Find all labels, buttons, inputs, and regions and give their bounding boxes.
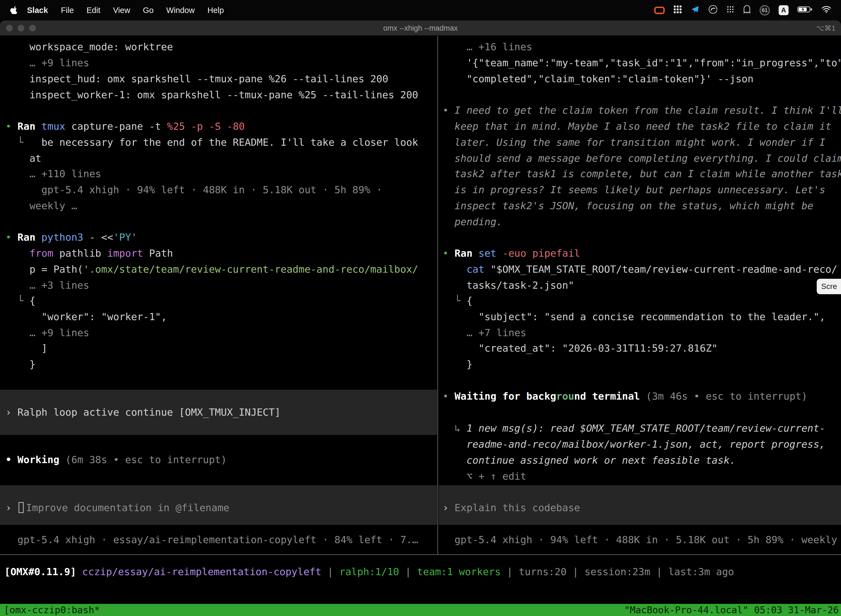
text-segment: { bbox=[29, 295, 35, 307]
text-segment: › bbox=[442, 502, 454, 513]
text-segment: | bbox=[321, 566, 339, 577]
app-menu-slack[interactable]: Slack bbox=[27, 6, 48, 15]
text-segment: be necessary for the end of the README. … bbox=[41, 136, 418, 148]
text-segment: nd terminal bbox=[574, 390, 646, 402]
ghost-app-icon[interactable] bbox=[743, 5, 751, 16]
terminal-line: "subject": "send a concise recommendatio… bbox=[439, 309, 841, 325]
text-segment: Improve documentation in @filename bbox=[26, 502, 229, 513]
menu-bar: Slack File Edit View Go Window Help 61 A bbox=[0, 0, 841, 21]
text-cursor[interactable] bbox=[19, 502, 24, 513]
text-segment: pathlib bbox=[53, 248, 107, 259]
terminal-line: at bbox=[0, 150, 437, 166]
text-segment: pending. bbox=[442, 216, 503, 227]
text-segment: '.omx/state/team/review-current-readme-a… bbox=[84, 264, 418, 275]
terminal-line: "completed","claim_token":"claim-token"}… bbox=[439, 71, 841, 87]
text-segment: at bbox=[6, 153, 41, 164]
window-titlebar[interactable]: omx --xhigh --madmax ⌥⌘1 bbox=[0, 21, 841, 36]
wifi-icon[interactable] bbox=[822, 6, 831, 15]
text-segment: Waiting for backg bbox=[454, 390, 556, 402]
screen: { "menu_bar": { "app_name": "Slack", "me… bbox=[0, 0, 841, 616]
terminal-line: from pathlib import Path bbox=[0, 245, 437, 261]
text-segment: set bbox=[478, 248, 503, 259]
text-segment: inspect task2's JSON, focusing on the st… bbox=[442, 200, 813, 211]
text-segment: ↳ bbox=[442, 422, 467, 434]
terminal-line: } bbox=[0, 356, 437, 372]
text-segment: (3m 46s • esc to interrupt) bbox=[646, 390, 807, 402]
text-segment: inspect_worker-1: omx sparkshell --tmux-… bbox=[6, 89, 418, 100]
terminal-line: ↳ 1 new msg(s): read $OMX_TEAM_STATE_ROO… bbox=[439, 420, 841, 436]
terminal-line: └ { bbox=[439, 293, 841, 309]
text-segment: session:23m bbox=[585, 566, 650, 577]
tmux-pane-right[interactable]: … +16 lines '{"team_name":"my-team","tas… bbox=[439, 36, 841, 554]
pane-divider-vertical[interactable] bbox=[437, 36, 438, 555]
text-segment: • bbox=[442, 105, 454, 116]
text-segment: ] bbox=[6, 343, 47, 354]
terminal-line: … +9 lines bbox=[0, 55, 437, 71]
grid-app-icon[interactable] bbox=[674, 5, 682, 15]
text-segment: tasks/task-2.json" bbox=[442, 280, 574, 291]
text-segment: • Working bbox=[6, 454, 65, 465]
battery-icon[interactable] bbox=[797, 6, 813, 15]
blue-app-icon[interactable] bbox=[691, 5, 699, 16]
menu-edit[interactable]: Edit bbox=[86, 6, 100, 15]
dots-grid-icon[interactable] bbox=[727, 6, 734, 15]
text-segment: Explain this codebase bbox=[454, 502, 580, 513]
screen-recording-icon[interactable] bbox=[654, 7, 665, 14]
text-segment: Ran bbox=[454, 248, 478, 259]
terminal-line: … +110 lines bbox=[0, 166, 437, 182]
menu-view[interactable]: View bbox=[113, 6, 130, 15]
text-segment: weekly … bbox=[6, 200, 77, 211]
text-segment: gpt-5.4 xhigh · 94% left · 488K in · 5.1… bbox=[6, 184, 382, 195]
tmux-pane-left[interactable]: workspace_mode: worktree … +9 lines insp… bbox=[0, 36, 437, 554]
working-status-line: • Working (6m 38s • esc to interrupt) bbox=[0, 452, 437, 468]
text-segment: should send a message before completing … bbox=[442, 153, 841, 164]
text-segment: task2 after task1 is complete, but can I… bbox=[442, 168, 841, 179]
menu-go[interactable]: Go bbox=[143, 6, 154, 15]
terminal-line: should send a message before completing … bbox=[439, 150, 841, 166]
text-segment: python3 bbox=[41, 232, 89, 243]
window-title: omx --xhigh --madmax bbox=[0, 21, 841, 36]
text-segment: turns:20 bbox=[519, 566, 567, 577]
circle-badge-61[interactable]: 61 bbox=[760, 5, 770, 15]
text-segment: | bbox=[651, 566, 668, 577]
dark-app-icon[interactable] bbox=[708, 5, 718, 16]
terminal-line: └ { bbox=[0, 293, 437, 309]
input-source-icon[interactable]: A bbox=[779, 5, 788, 15]
text-segment: I need to get the claim token from the c… bbox=[454, 105, 841, 116]
terminal-content[interactable]: workspace_mode: worktree … +9 lines insp… bbox=[0, 36, 841, 616]
text-segment: later. Using the same for transition mig… bbox=[442, 136, 825, 148]
menu-help[interactable]: Help bbox=[208, 6, 224, 15]
terminal-line: gpt-5.4 xhigh · 94% left · 488K in · 5.1… bbox=[0, 182, 437, 198]
text-segment: p = Path( bbox=[6, 264, 84, 275]
waiting-status-line: • Waiting for background terminal (3m 46… bbox=[439, 388, 841, 404]
apple-menu-icon[interactable] bbox=[10, 6, 18, 15]
menu-window[interactable]: Window bbox=[166, 6, 195, 15]
composer-queued-line: › Ralph loop active continue [OMX_TMUX_I… bbox=[0, 404, 437, 420]
text-segment: • bbox=[442, 248, 454, 259]
composer-input-line: › Explain this codebase bbox=[439, 500, 841, 516]
terminal-line: … +3 lines bbox=[0, 277, 437, 293]
badge-61-value: 61 bbox=[762, 7, 768, 13]
terminal-line: '{"team_name":"my-team","task_id":"1","f… bbox=[439, 55, 841, 71]
pane-footer-line: gpt-5.4 xhigh · 94% left · 488K in · 5.1… bbox=[439, 532, 841, 548]
menu-file[interactable]: File bbox=[61, 6, 74, 15]
text-segment: Ran bbox=[18, 120, 41, 132]
text-segment: rou bbox=[556, 390, 574, 402]
text-segment: 1 new msg(s): read $OMX_TEAM_STATE_ROOT/… bbox=[467, 422, 825, 434]
text-segment: … +9 lines bbox=[6, 327, 89, 338]
text-segment: 'PY' bbox=[113, 232, 137, 243]
terminal-line: • I need to get the claim token from the… bbox=[439, 103, 841, 119]
window-shortcut-hint: ⌥⌘1 bbox=[816, 21, 835, 36]
terminal-line: inspect_worker-1: omx sparkshell --tmux-… bbox=[0, 87, 437, 103]
text-segment: • bbox=[6, 232, 18, 243]
text-segment: … +3 lines bbox=[6, 280, 89, 291]
text-segment: cczip/essay/ai-reimplementation-copyleft bbox=[82, 566, 321, 577]
terminal-line: is in progress? It seems likely but perh… bbox=[439, 182, 841, 198]
text-segment: cat bbox=[442, 264, 490, 275]
terminal-line: • Ran set -euo pipefail bbox=[439, 245, 841, 261]
text-segment: … +16 lines bbox=[442, 41, 532, 53]
menu-bar-left: Slack File Edit View Go Window Help bbox=[0, 6, 230, 15]
terminal-line: later. Using the same for transition mig… bbox=[439, 134, 841, 150]
text-segment: inspect_hud: omx sparkshell --tmux-pane … bbox=[6, 73, 388, 84]
text-segment: | bbox=[567, 566, 585, 577]
